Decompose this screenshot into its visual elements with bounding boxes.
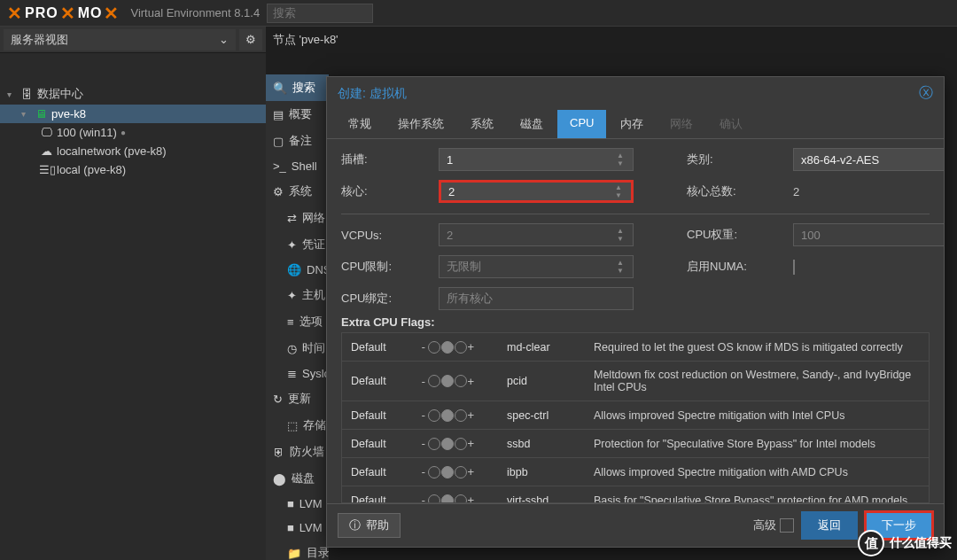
- logo-text-1: PRO: [25, 5, 58, 21]
- flag-tristate[interactable]: - +: [420, 375, 500, 388]
- label-type: 类别:: [687, 152, 784, 167]
- menu-hosts[interactable]: ✦主机: [266, 282, 329, 308]
- tab-network[interactable]: 网络: [657, 110, 705, 138]
- flag-default: Default: [351, 466, 413, 478]
- label-cpu-affinity: CPU绑定:: [341, 291, 430, 307]
- sockets-input[interactable]: 1 ▲▼: [439, 148, 634, 171]
- watermark: 值 什么值得买: [858, 530, 952, 556]
- top-bar: ✕ PRO ✕ MO ✕ Virtual Environment 8.1.4: [0, 0, 957, 27]
- view-settings-button[interactable]: ⚙: [239, 29, 262, 51]
- flag-tristate[interactable]: - +: [420, 340, 500, 354]
- caret-down-icon: ▾: [7, 89, 16, 99]
- tree-label: 100 (win11): [57, 126, 117, 139]
- global-search-input[interactable]: [267, 4, 373, 23]
- spinner-arrows-icon[interactable]: ▲▼: [617, 226, 629, 244]
- menu-repos[interactable]: ⬚存储: [266, 412, 329, 439]
- dialog-title: 创建: 虚拟机: [338, 86, 407, 102]
- menu-time[interactable]: ◷时间: [266, 335, 329, 362]
- advanced-label: 高级: [753, 517, 776, 533]
- cpu-type-select[interactable]: x86-64-v2-AES ✕ ▾: [793, 148, 944, 171]
- storage-icon: ☁: [39, 144, 53, 158]
- menu-network[interactable]: ⇄网络: [266, 205, 329, 231]
- dialog-close-button[interactable]: ⓧ: [919, 84, 933, 103]
- cpu-flags-list[interactable]: Default- +md-clearRequired to let the gu…: [341, 332, 930, 503]
- tab-os[interactable]: 操作系统: [385, 110, 456, 138]
- numa-checkbox[interactable]: [793, 260, 795, 275]
- menu-notes[interactable]: ▢备注: [266, 128, 329, 154]
- tab-confirm[interactable]: 确认: [707, 110, 755, 138]
- node-icon: 🖥: [34, 107, 48, 121]
- flag-tristate[interactable]: - +: [420, 494, 500, 503]
- menu-shell[interactable]: >_Shell: [266, 154, 329, 178]
- network-icon: ⇄: [287, 212, 297, 225]
- flag-tristate[interactable]: - +: [420, 465, 500, 478]
- menu-dns[interactable]: 🌐DNS: [266, 258, 329, 282]
- divider: [341, 214, 930, 214]
- view-bar: 服务器视图 ⌄ ⚙: [0, 27, 266, 53]
- menu-search[interactable]: 🔍搜索: [266, 74, 329, 101]
- vcpus-input[interactable]: 2 ▲▼: [439, 223, 634, 246]
- tab-system[interactable]: 系统: [458, 110, 506, 138]
- label-cpu-weight: CPU权重:: [687, 227, 784, 243]
- input-value: 2: [447, 229, 453, 242]
- tree-vm-100[interactable]: 🖵 100 (win11) ●: [0, 123, 266, 142]
- flag-tristate[interactable]: - +: [420, 408, 500, 422]
- tab-general[interactable]: 常规: [336, 110, 384, 138]
- menu-system[interactable]: ⚙系统: [266, 178, 329, 205]
- cpu-affinity-input[interactable]: 所有核心: [439, 287, 634, 310]
- product-logo: ✕ PRO ✕ MO ✕: [7, 3, 120, 24]
- menu-lvm[interactable]: ■LVM: [266, 492, 329, 516]
- cpu-flag-row: Default- +ssbdProtection for "Speculativ…: [342, 430, 929, 458]
- menu-syslog[interactable]: ≣Syslog: [266, 362, 329, 385]
- menu-directory[interactable]: 📁目录: [266, 540, 329, 560]
- logo-text-2: MO: [78, 5, 103, 21]
- spinner-arrows-icon[interactable]: ▲▼: [617, 151, 629, 168]
- tab-memory[interactable]: 内存: [608, 110, 656, 138]
- spinner-arrows-icon[interactable]: ▲▼: [617, 258, 629, 276]
- advanced-checkbox[interactable]: [780, 518, 794, 533]
- flag-name: virt-ssbd: [507, 494, 587, 504]
- cpu-flag-row: Default- +spec-ctrlAllows improved Spect…: [342, 401, 929, 430]
- cpu-flag-row: Default- +md-clearRequired to let the gu…: [342, 333, 929, 362]
- menu-firewall[interactable]: ⛨防火墙: [266, 439, 329, 465]
- help-button[interactable]: ⓘ 帮助: [338, 513, 401, 538]
- select-value: x86-64-v2-AES: [801, 153, 879, 167]
- input-value: 所有核心: [447, 291, 493, 307]
- view-selector-label: 服务器视图: [11, 32, 68, 48]
- back-button[interactable]: 返回: [801, 511, 858, 540]
- cpu-weight-input[interactable]: 100 ▲▼: [793, 223, 944, 246]
- menu-certificates[interactable]: ✦凭证: [266, 231, 329, 258]
- caret-down-icon: ▾: [21, 109, 30, 119]
- flag-tristate[interactable]: - +: [420, 437, 500, 450]
- cpu-limit-input[interactable]: 无限制 ▲▼: [439, 255, 634, 278]
- menu-label: 磁盘: [292, 471, 315, 486]
- tree-storage-local[interactable]: ☰▯ local (pve-k8): [0, 160, 266, 179]
- tab-cpu[interactable]: CPU: [557, 110, 606, 138]
- archive-icon: ⬚: [287, 419, 298, 432]
- terminal-icon: >_: [273, 159, 286, 173]
- input-value: 100: [801, 229, 821, 242]
- flag-default: Default: [351, 438, 413, 450]
- label-total-cores: 核心总数:: [687, 183, 784, 199]
- breadcrumb: 节点 'pve-k8': [273, 32, 338, 48]
- tree-label: localnetwork (pve-k8): [57, 144, 167, 158]
- wizard-tabs: 常规 操作系统 系统 磁盘 CPU 内存 网络 确认: [327, 110, 944, 139]
- menu-label: 选项: [300, 314, 323, 330]
- search-icon: 🔍: [273, 82, 287, 95]
- spinner-arrows-icon[interactable]: ▲▼: [615, 184, 627, 198]
- tab-disks[interactable]: 磁盘: [508, 110, 556, 138]
- menu-summary[interactable]: ▤概要: [266, 101, 329, 128]
- advanced-toggle[interactable]: 高级: [753, 517, 794, 533]
- monitor-icon: 🖵: [39, 126, 53, 139]
- menu-updates[interactable]: ↻更新: [266, 385, 329, 412]
- tree-node-pve-k8[interactable]: ▾ 🖥 pve-k8: [0, 105, 266, 123]
- menu-lvm-thin[interactable]: ■LVM: [266, 516, 329, 540]
- tree-label: 数据中心: [37, 86, 83, 102]
- cores-input[interactable]: 2 ▲▼: [439, 180, 634, 203]
- menu-options[interactable]: ≡选项: [266, 308, 329, 335]
- tree-datacenter[interactable]: ▾ 🗄 数据中心: [0, 83, 266, 105]
- tree-storage-localnetwork[interactable]: ☁ localnetwork (pve-k8): [0, 142, 266, 160]
- view-selector[interactable]: 服务器视图 ⌄: [4, 29, 236, 51]
- menu-disks[interactable]: ⬤磁盘: [266, 465, 329, 492]
- disk-icon: ⬤: [273, 472, 286, 486]
